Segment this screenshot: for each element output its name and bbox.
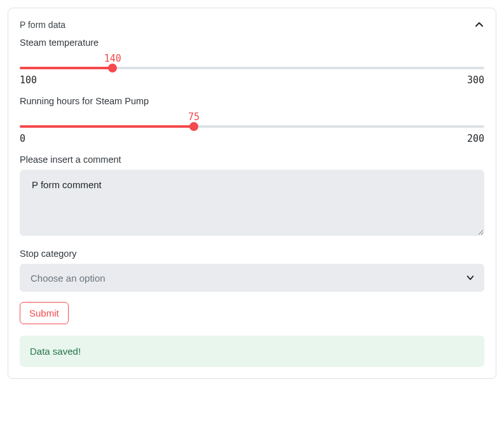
- slider-thumb[interactable]: [189, 122, 198, 131]
- steam-temperature-range: 100 300: [20, 74, 484, 86]
- card-title: P form data: [20, 20, 65, 30]
- slider-thumb[interactable]: [108, 64, 117, 72]
- running-hours-label: Running hours for Steam Pump: [20, 96, 484, 106]
- steam-temperature-value: 140: [104, 53, 121, 64]
- slider-track: [20, 125, 484, 128]
- running-hours-max: 200: [467, 133, 484, 144]
- comment-textarea[interactable]: [20, 170, 484, 236]
- chevron-up-icon[interactable]: [474, 20, 484, 30]
- steam-temperature-field: Steam temperature 140 100 300: [20, 38, 484, 86]
- form-card: P form data Steam temperature 140 100 30…: [8, 8, 496, 379]
- stop-category-placeholder: Choose an option: [31, 273, 106, 284]
- steam-temperature-min: 100: [20, 74, 37, 86]
- slider-fill: [20, 125, 194, 128]
- steam-temperature-label: Steam temperature: [20, 38, 484, 48]
- stop-category-label: Stop category: [20, 249, 484, 259]
- steam-temperature-slider[interactable]: 140: [20, 53, 484, 69]
- stop-category-select[interactable]: Choose an option: [20, 264, 484, 292]
- running-hours-range: 0 200: [20, 133, 484, 144]
- comment-label: Please insert a comment: [20, 154, 484, 165]
- success-alert: Data saved!: [20, 336, 484, 367]
- comment-field: Please insert a comment: [20, 154, 484, 238]
- slider-track: [20, 67, 484, 69]
- steam-temperature-max: 300: [467, 74, 484, 86]
- chevron-down-icon: [466, 273, 475, 282]
- running-hours-field: Running hours for Steam Pump 75 0 200: [20, 96, 484, 144]
- stop-category-field: Stop category Choose an option: [20, 249, 484, 292]
- running-hours-min: 0: [20, 133, 25, 144]
- slider-fill: [20, 67, 112, 69]
- running-hours-slider[interactable]: 75: [20, 111, 484, 128]
- submit-button[interactable]: Submit: [20, 302, 69, 324]
- card-header: P form data: [20, 20, 484, 30]
- running-hours-value: 75: [188, 111, 200, 123]
- success-alert-message: Data saved!: [30, 346, 81, 357]
